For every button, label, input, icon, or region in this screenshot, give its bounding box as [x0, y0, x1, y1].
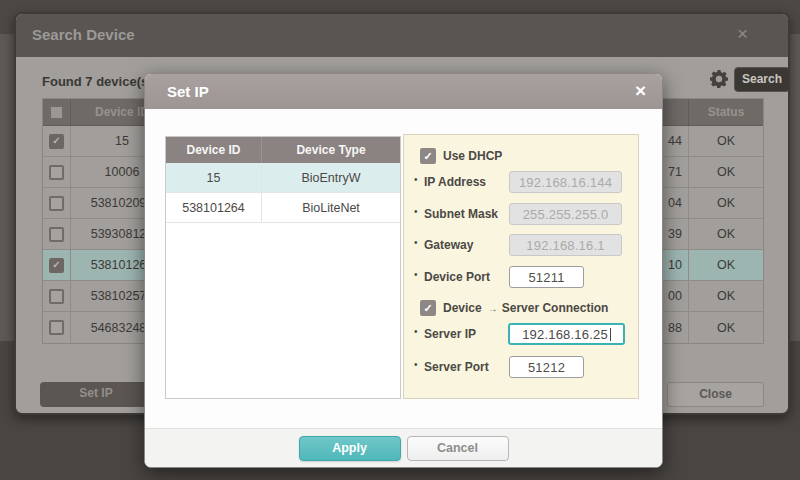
search-dialog-close-icon[interactable]: ×	[737, 23, 748, 45]
use-dhcp-label: Use DHCP	[443, 149, 502, 163]
bullet-icon: •	[414, 326, 418, 337]
subnet-mask-label: Subnet Mask	[424, 203, 498, 225]
checkmark-icon: ✓	[423, 303, 432, 314]
bullet-icon: •	[414, 269, 418, 280]
checkmark-icon: ✓	[423, 151, 432, 162]
modal-table-header: Device ID Device Type	[166, 137, 400, 163]
connection-device-label: Device	[443, 301, 482, 315]
search-dialog-title: Search Device	[32, 26, 135, 43]
cancel-button[interactable]: Cancel	[407, 436, 509, 461]
modal-device-type-cell: BioLiteNet	[262, 193, 400, 222]
status-cell: OK	[688, 126, 763, 156]
found-devices-text: Found 7 device(s).	[42, 74, 156, 89]
arrow-right-icon: →	[488, 303, 498, 314]
gateway-input: 192.168.16.1	[509, 234, 622, 256]
row-checkbox[interactable]	[49, 227, 64, 242]
modal-footer: Apply Cancel	[145, 428, 662, 467]
status-cell: OK	[688, 157, 763, 187]
row-checkbox[interactable]	[49, 320, 64, 335]
close-button[interactable]: Close	[667, 382, 764, 407]
gateway-label: Gateway	[424, 234, 473, 256]
modal-device-table: Device ID Device Type 15 BioEntryW 53810…	[165, 136, 401, 399]
device-port-label: Device Port	[424, 266, 490, 288]
modal-table-row[interactable]: 538101264 BioLiteNet	[166, 193, 400, 223]
apply-button[interactable]: Apply	[299, 436, 401, 461]
status-cell: OK	[688, 188, 763, 218]
bullet-icon: •	[414, 237, 418, 248]
modal-device-type-header: Device Type	[262, 137, 400, 163]
checkmark-icon: ✓	[52, 136, 60, 146]
set-ip-modal: Set IP × Device ID Device Type 15 BioEnt…	[144, 73, 663, 468]
ip-address-input: 192.168.16.144	[509, 171, 622, 193]
modal-titlebar: Set IP ×	[145, 74, 662, 109]
app-background: Search Device × Found 7 device(s). Searc…	[0, 0, 800, 480]
text-cursor	[610, 328, 611, 341]
row-checkbox[interactable]: ✓	[49, 258, 64, 273]
modal-title: Set IP	[167, 83, 209, 100]
search-dialog-titlebar: Search Device ×	[16, 14, 788, 57]
server-ip-input[interactable]: 192.168.16.25	[508, 323, 625, 345]
device-server-connection-checkbox[interactable]: ✓	[420, 300, 436, 316]
search-button[interactable]: Search	[734, 67, 790, 92]
modal-close-icon[interactable]: ×	[635, 80, 646, 102]
row-checkbox[interactable]	[49, 196, 64, 211]
modal-device-type-cell: BioEntryW	[262, 163, 400, 192]
bullet-icon: •	[414, 206, 418, 217]
server-ip-label: Server IP	[424, 323, 476, 345]
status-cell: OK	[688, 281, 763, 311]
modal-table-row[interactable]: 15 BioEntryW	[166, 163, 400, 193]
status-cell: OK	[688, 219, 763, 249]
settings-gear-icon[interactable]	[710, 70, 728, 88]
status-header: Status	[688, 99, 763, 125]
modal-device-id-cell: 538101264	[166, 193, 262, 222]
row-checkbox[interactable]	[49, 165, 64, 180]
row-checkbox[interactable]: ✓	[49, 134, 64, 149]
ip-address-label: IP Address	[424, 171, 486, 193]
status-cell: OK	[688, 250, 763, 280]
row-checkbox[interactable]	[49, 289, 64, 304]
status-cell: OK	[688, 312, 763, 343]
bullet-icon: •	[414, 174, 418, 185]
modal-body: Device ID Device Type 15 BioEntryW 53810…	[145, 109, 662, 428]
subnet-mask-input: 255.255.255.0	[509, 203, 622, 225]
network-settings-panel: ✓ Use DHCP • IP Address 192.168.16.144 •…	[403, 134, 639, 399]
server-port-input[interactable]: 51212	[509, 356, 584, 378]
server-port-label: Server Port	[424, 356, 489, 378]
connection-server-label: Server Connection	[502, 301, 609, 315]
server-ip-value: 192.168.16.25	[522, 327, 608, 342]
modal-device-id-cell: 15	[166, 163, 262, 192]
set-ip-button[interactable]: Set IP	[40, 382, 152, 407]
device-port-input[interactable]: 51211	[509, 266, 584, 288]
checkmark-icon: ✓	[52, 260, 60, 270]
bullet-icon: •	[414, 359, 418, 370]
use-dhcp-checkbox[interactable]: ✓	[420, 148, 436, 164]
modal-device-id-header: Device ID	[166, 137, 262, 163]
select-all-checkbox[interactable]	[49, 105, 64, 120]
